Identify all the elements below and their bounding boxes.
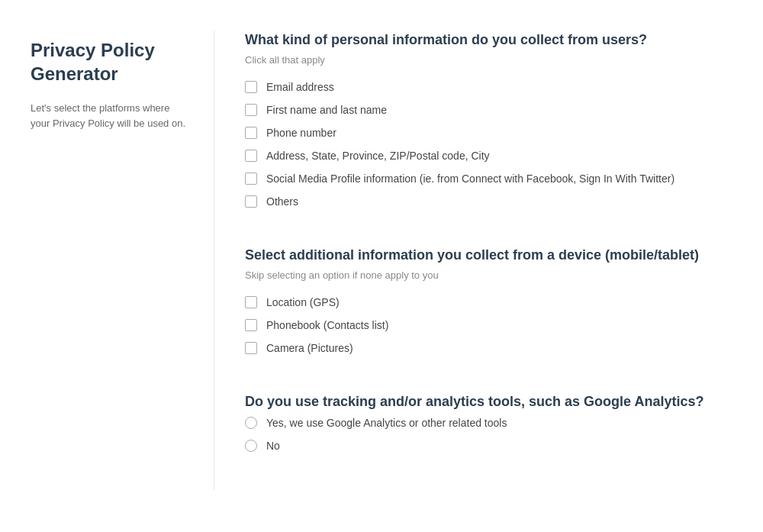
checkbox-label-others: Others [266, 195, 298, 208]
radio-item-yes-analytics[interactable]: Yes, we use Google Analytics or other re… [245, 417, 732, 429]
checkbox-label-camera: Camera (Pictures) [266, 342, 353, 354]
section-tracking: Do you use tracking and/or analytics too… [245, 392, 732, 451]
checkbox-group-device-info: Location (GPS) Phonebook (Contacts list)… [245, 296, 732, 354]
main-content: What kind of personal information do you… [214, 31, 763, 490]
checkbox-label-phonebook: Phonebook (Contacts list) [266, 319, 388, 331]
sidebar-title: Privacy Policy Generator [31, 38, 191, 85]
checkbox-phonebook[interactable] [245, 319, 257, 331]
checkbox-label-email: Email address [266, 81, 334, 93]
section-title-personal-info: What kind of personal information do you… [245, 31, 732, 50]
checkbox-location[interactable] [245, 296, 257, 308]
checkbox-group-personal-info: Email address First name and last name P… [245, 81, 732, 208]
radio-label-yes-analytics: Yes, we use Google Analytics or other re… [266, 417, 507, 429]
checkbox-social[interactable] [245, 172, 257, 185]
checkbox-item-location[interactable]: Location (GPS) [245, 296, 732, 308]
checkbox-item-address[interactable]: Address, State, Province, ZIP/Postal cod… [245, 150, 732, 162]
checkbox-item-email[interactable]: Email address [245, 81, 732, 93]
section-personal-info: What kind of personal information do you… [245, 31, 732, 208]
checkbox-label-address: Address, State, Province, ZIP/Postal cod… [266, 150, 490, 162]
section-title-tracking: Do you use tracking and/or analytics too… [245, 392, 732, 411]
checkbox-item-social[interactable]: Social Media Profile information (ie. fr… [245, 172, 732, 185]
checkbox-item-camera[interactable]: Camera (Pictures) [245, 342, 732, 354]
checkbox-item-phonebook[interactable]: Phonebook (Contacts list) [245, 319, 732, 331]
sidebar: Privacy Policy Generator Let's select th… [0, 31, 214, 490]
checkbox-email[interactable] [245, 81, 257, 93]
checkbox-others[interactable] [245, 195, 257, 208]
checkbox-label-location: Location (GPS) [266, 296, 340, 308]
checkbox-item-name[interactable]: First name and last name [245, 104, 732, 116]
checkbox-label-name: First name and last name [266, 104, 387, 116]
section-title-device-info: Select additional information you collec… [245, 246, 732, 265]
section-subtitle-personal-info: Click all that apply [245, 54, 732, 66]
checkbox-label-social: Social Media Profile information (ie. fr… [266, 172, 674, 185]
section-subtitle-device-info: Skip selecting an option if none apply t… [245, 269, 732, 281]
checkbox-camera[interactable] [245, 342, 257, 354]
radio-item-no-analytics[interactable]: No [245, 440, 732, 452]
checkbox-label-phone: Phone number [266, 127, 336, 139]
radio-no-analytics[interactable] [245, 440, 257, 452]
radio-label-no-analytics: No [266, 440, 280, 452]
sidebar-description: Let's select the platforms where your Pr… [31, 101, 191, 131]
radio-group-tracking: Yes, we use Google Analytics or other re… [245, 417, 732, 452]
checkbox-address[interactable] [245, 150, 257, 162]
checkbox-phone[interactable] [245, 127, 257, 139]
section-device-info: Select additional information you collec… [245, 246, 732, 354]
checkbox-item-others[interactable]: Others [245, 195, 732, 208]
checkbox-item-phone[interactable]: Phone number [245, 127, 732, 139]
radio-yes-analytics[interactable] [245, 417, 257, 429]
checkbox-name[interactable] [245, 104, 257, 116]
